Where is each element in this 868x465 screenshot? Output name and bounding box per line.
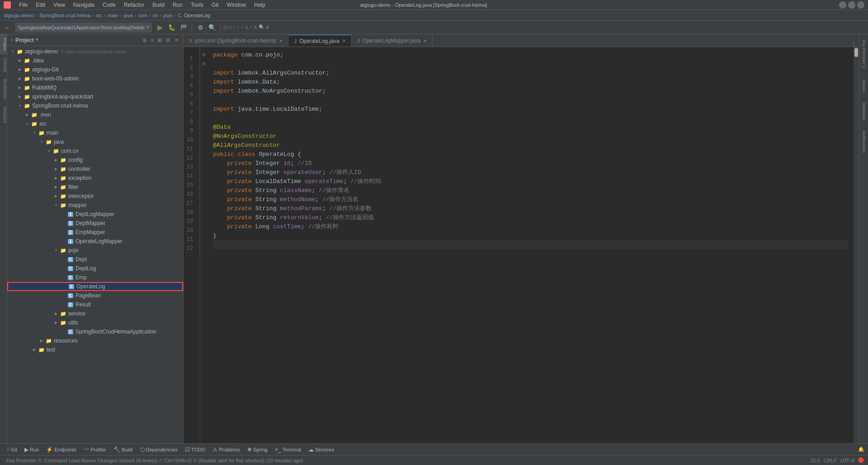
right-tab-database[interactable]: Database (862, 97, 866, 126)
tab-close-operatelogmapper[interactable]: ✕ (423, 38, 427, 43)
breadcrumb-src[interactable]: src (96, 13, 103, 18)
tree-deptmapper[interactable]: I DeptMapper (7, 219, 183, 228)
bottom-endpoints-btn[interactable]: ⚡ Endpoints (43, 445, 79, 454)
menu-tools[interactable]: Tools (187, 0, 207, 10)
tree-expand-rabbitmq[interactable]: ▶ (16, 85, 24, 90)
tree-deptlog[interactable]: C DeptLog (7, 264, 183, 273)
notifications-btn[interactable]: 🔔 (858, 446, 864, 452)
project-tab[interactable]: Project (0, 34, 7, 54)
tab-close-operatelog[interactable]: ✕ (342, 38, 346, 43)
tree-expand-resources[interactable]: ▶ (38, 338, 45, 343)
menu-navigate[interactable]: Navigate (70, 0, 98, 10)
toolbar-back-btn[interactable]: ← (2, 22, 13, 33)
menu-run[interactable]: Run (169, 0, 186, 10)
tree-atgiugu-git[interactable]: ▶ 📁 atgiugu-Git (7, 65, 183, 74)
run-config-selector[interactable]: SpringbootAopQuickstart1ApplicationTests… (15, 23, 152, 33)
tree-expand-src[interactable]: ▾ (24, 121, 31, 127)
tree-expand-service[interactable]: ▶ (52, 311, 60, 316)
tree-pagebean[interactable]: C PageBean (7, 291, 183, 300)
tree-utils[interactable]: ▶ 📁 utils (7, 318, 183, 327)
tree-expand-mapper[interactable]: ▾ (52, 202, 60, 208)
tree-result[interactable]: C Result (7, 300, 183, 309)
scrollbar-thumb[interactable] (854, 48, 858, 57)
tree-empmapper[interactable]: I EmpMapper (7, 228, 183, 237)
right-tab-notifications[interactable]: Notifications (862, 125, 866, 158)
tree-emp[interactable]: C Emp (7, 273, 183, 282)
code-editor[interactable]: package com.cn.pojo; import lombok.AllAr… (208, 47, 854, 443)
status-encoding[interactable]: UTF-8 (840, 458, 854, 463)
tree-test[interactable]: ▶ 📁 test (7, 345, 183, 354)
breadcrumb-operatelog[interactable]: OperateLog (184, 13, 210, 18)
editor-scrollbar[interactable] (854, 47, 859, 443)
bottom-run-btn[interactable]: ▶ Run (22, 445, 42, 454)
debug-button[interactable]: 🐛 (166, 22, 177, 33)
menu-window[interactable]: Window (223, 0, 250, 10)
tree-deptlogmapper[interactable]: I DeptLogMapper (7, 210, 183, 219)
tree-rabbitmq[interactable]: ▶ 📁 RabbitMQ (7, 83, 183, 92)
tree-main[interactable]: ▾ 📁 main (7, 128, 183, 137)
bottom-terminal-btn[interactable]: >_ Terminal (272, 445, 304, 454)
menu-git[interactable]: Git (208, 0, 222, 10)
minimize-button[interactable] (839, 1, 846, 9)
tree-expand-root[interactable]: ▾ (9, 49, 16, 54)
tree-config[interactable]: ▶ 📁 config (7, 155, 183, 164)
tree-springboot-crud[interactable]: ▾ 📁 SpringBoot-crud-heima (7, 101, 183, 110)
tree-src[interactable]: ▾ 📁 src (7, 119, 183, 128)
breadcrumb-com[interactable]: com (138, 13, 147, 18)
right-tab-maven[interactable]: Maven (862, 74, 866, 97)
commit-tab[interactable]: Commit (0, 54, 7, 75)
tree-service[interactable]: ▶ 📁 service (7, 309, 183, 318)
bottom-todo-btn[interactable]: ☑ TODO (182, 445, 208, 454)
tree-interceptor[interactable]: ▶ 📁 interceptor (7, 192, 183, 201)
tree-filter[interactable]: ▶ 📁 filter (7, 183, 183, 192)
menu-view[interactable]: View (50, 0, 69, 10)
panel-close-btn[interactable]: ✕ (173, 37, 179, 43)
breadcrumb-springboot[interactable]: SpringBoot-crud-heima (39, 13, 90, 18)
panel-collapse-all-btn[interactable]: ≡ (150, 37, 155, 43)
structure-tab[interactable]: Structure (0, 103, 7, 127)
tree-expand-atgiugu-git[interactable]: ▶ (16, 67, 24, 72)
tree-com-cn[interactable]: ▾ 📁 com.cn (7, 146, 183, 155)
maximize-button[interactable] (848, 1, 855, 9)
bookmarks-tab[interactable]: Bookmarks (0, 75, 7, 103)
panel-expand-btn[interactable]: ⊞ (156, 37, 163, 43)
bottom-build-btn[interactable]: 🔨 Build (111, 445, 135, 454)
tree-java[interactable]: ▾ 📁 java (7, 137, 183, 146)
bottom-spring-btn[interactable]: ❋ Spring (245, 445, 270, 454)
tree-expand-exception[interactable]: ▶ (52, 175, 60, 181)
git-refresh[interactable]: ↻ (245, 24, 249, 30)
tree-expand-springboot-aop[interactable]: ▶ (16, 94, 24, 99)
panel-locate-btn[interactable]: ⊕ (142, 37, 148, 43)
bottom-dependencies-btn[interactable]: ⬡ Dependencies (137, 445, 180, 454)
tree-expand-config[interactable]: ▶ (52, 157, 60, 163)
menu-edit[interactable]: Edit (32, 0, 49, 10)
tree-springboot-aop[interactable]: ▶ 📁 springboot-aop-quickstart (7, 92, 183, 101)
tree-operatelogmapper[interactable]: I OperateLogMapper (7, 237, 183, 246)
tree-expand-filter[interactable]: ▶ (52, 184, 60, 190)
right-tab-keypromoter[interactable]: Key Promoter X (862, 34, 866, 74)
status-linesep[interactable]: CRLF (824, 458, 837, 463)
breadcrumb-cn[interactable]: cn (153, 13, 158, 18)
menu-file[interactable]: File (15, 0, 31, 10)
tree-idea[interactable]: ▶ 📁 .idea (7, 56, 183, 65)
menu-code[interactable]: Code (99, 0, 119, 10)
tab-pom-xml[interactable]: X pom.xml (SpringBoot-crud-heima) ✕ (184, 35, 288, 47)
tree-springbootapp[interactable]: C SpringBootCrudHeimaApplication (7, 327, 183, 336)
tree-expand-interceptor[interactable]: ▶ (52, 193, 60, 199)
project-panel-dropdown[interactable]: ▼ (36, 38, 38, 42)
git-settings[interactable]: ⚙ (266, 24, 269, 30)
close-button[interactable] (857, 1, 864, 9)
tab-more-btn[interactable]: ⋮ (850, 40, 857, 47)
tree-expand-pojo[interactable]: ▾ (52, 248, 60, 253)
tree-expand-controller[interactable]: ▶ (52, 166, 60, 172)
bottom-profiler-btn[interactable]: 〰 Profiler (81, 445, 109, 454)
breadcrumb-main[interactable]: main (108, 13, 118, 18)
tree-mapper[interactable]: ▾ 📁 mapper (7, 201, 183, 210)
tree-expand-boot-web[interactable]: ▶ (16, 76, 24, 81)
status-position[interactable]: 22:1 (811, 458, 820, 463)
tree-expand-com-cn[interactable]: ▾ (45, 148, 52, 154)
coverage-button[interactable]: ⛿ (178, 22, 189, 33)
tree-expand-mvn[interactable]: ▶ (24, 112, 31, 117)
git-translate[interactable]: A (254, 25, 257, 30)
bottom-problems-btn[interactable]: ⚠ Problems (210, 445, 242, 454)
